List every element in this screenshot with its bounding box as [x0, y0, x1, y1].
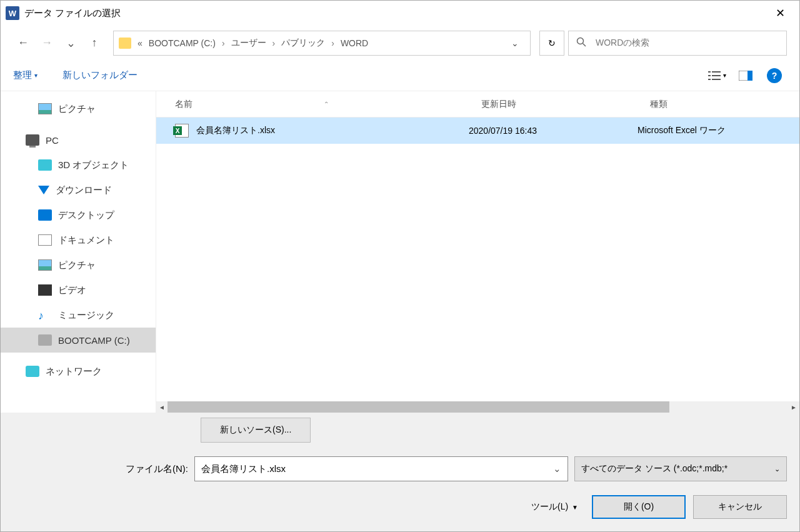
breadcrumb-crumb[interactable]: パブリック	[281, 38, 325, 49]
excel-file-icon	[175, 124, 189, 138]
pc-icon	[26, 134, 39, 146]
file-open-dialog: W データ ファイルの選択 ✕ ← → ⌄ ↑ « BOOTCAMP (C:) …	[0, 0, 800, 532]
nav-tree[interactable]: ピクチャ PC 3D オブジェクト ダウンロード デスクトップ ドキュメント ピ…	[1, 91, 156, 413]
navbar: ← → ⌄ ↑ « BOOTCAMP (C:) › ユーザー › パブリック ›…	[1, 26, 799, 60]
file-list[interactable]: 会員名簿リスト.xlsx 2020/07/19 16:43 Microsoft …	[156, 118, 799, 401]
breadcrumb-crumb[interactable]: WORD	[341, 38, 368, 48]
nav-up-button[interactable]: ↑	[84, 33, 104, 53]
network-icon	[26, 366, 39, 377]
breadcrumb-crumb[interactable]: BOOTCAMP (C:)	[149, 38, 216, 48]
word-app-icon: W	[6, 6, 19, 20]
svg-rect-7	[712, 79, 721, 80]
svg-rect-3	[712, 71, 721, 73]
search-placeholder: WORDの検索	[596, 38, 649, 49]
breadcrumb-crumb[interactable]: ユーザー	[231, 38, 266, 49]
svg-point-0	[578, 38, 584, 44]
breadcrumb-prefix: «	[138, 38, 142, 48]
new-folder-button[interactable]: 新しいフォルダー	[62, 69, 138, 81]
sidebar-item-downloads[interactable]: ダウンロード	[1, 178, 156, 203]
titlebar: W データ ファイルの選択 ✕	[1, 1, 799, 26]
sidebar-item-documents[interactable]: ドキュメント	[1, 228, 156, 253]
chevron-down-icon[interactable]: ⌄	[553, 463, 561, 474]
file-name: 会員名簿リスト.xlsx	[196, 125, 275, 136]
nav-recent-dropdown[interactable]: ⌄	[61, 33, 81, 53]
scroll-right-button[interactable]: ►	[788, 401, 799, 413]
toolbar: 整理▾ 新しいフォルダー ▾ ?	[1, 60, 799, 91]
sidebar-item-pc[interactable]: PC	[1, 128, 156, 153]
file-list-header: 名前⌃ 更新日時 種類	[156, 91, 799, 118]
filename-input[interactable]: 会員名簿リスト.xlsx ⌄	[194, 456, 568, 481]
preview-pane-button[interactable]	[733, 66, 758, 86]
breadcrumb-dropdown[interactable]: ⌄	[505, 38, 525, 48]
svg-rect-9	[748, 71, 752, 81]
sidebar-item-3d-objects[interactable]: 3D オブジェクト	[1, 153, 156, 178]
sidebar-item-bootcamp-drive[interactable]: BOOTCAMP (C:)	[1, 328, 156, 353]
window-title: データ ファイルの選択	[24, 8, 766, 19]
sidebar-item-desktop[interactable]: デスクトップ	[1, 203, 156, 228]
help-icon: ?	[767, 68, 782, 83]
folder-icon	[119, 38, 131, 49]
cube-icon	[38, 159, 52, 171]
document-icon	[38, 234, 52, 246]
sidebar-item-videos[interactable]: ビデオ	[1, 278, 156, 303]
file-list-pane: 名前⌃ 更新日時 種類 会員名簿リスト.xlsx 2020/07/19 16:4…	[156, 91, 799, 413]
file-row[interactable]: 会員名簿リスト.xlsx 2020/07/19 16:43 Microsoft …	[156, 118, 799, 144]
chevron-right-icon: ›	[272, 38, 276, 48]
organize-menu[interactable]: 整理▾	[13, 69, 38, 81]
refresh-button[interactable]: ↻	[539, 31, 564, 56]
close-button[interactable]: ✕	[766, 4, 794, 23]
search-icon	[576, 37, 586, 49]
pictures-icon	[38, 259, 52, 271]
sidebar-item-music[interactable]: ♪ミュージック	[1, 303, 156, 328]
svg-rect-6	[708, 79, 711, 80]
new-source-button[interactable]: 新しいソース(S)...	[201, 418, 311, 443]
nav-back-button[interactable]: ←	[13, 33, 33, 53]
svg-line-1	[583, 44, 586, 47]
chevron-right-icon: ›	[222, 38, 225, 48]
main-area: ピクチャ PC 3D オブジェクト ダウンロード デスクトップ ドキュメント ピ…	[1, 91, 799, 413]
bottom-panel: 新しいソース(S)... ファイル名(N): 会員名簿リスト.xlsx ⌄ すべ…	[1, 413, 799, 531]
view-options-button[interactable]: ▾	[704, 66, 729, 86]
file-type: Microsoft Excel ワーク	[638, 125, 799, 136]
download-icon	[38, 186, 49, 194]
search-box[interactable]: WORDの検索	[568, 31, 787, 56]
chevron-right-icon: ›	[331, 38, 334, 48]
filename-row: ファイル名(N): 会員名簿リスト.xlsx ⌄ すべてのデータ ソース (*.…	[13, 456, 787, 481]
file-date: 2020/07/19 16:43	[469, 126, 638, 136]
svg-rect-4	[708, 75, 711, 76]
button-row: ツール(L)▼ 開く(O) キャンセル	[13, 495, 787, 519]
chevron-down-icon: ⌄	[774, 465, 780, 473]
nav-forward-button: →	[37, 33, 57, 53]
pictures-icon	[38, 103, 52, 114]
desktop-icon	[38, 209, 52, 221]
breadcrumb-bar[interactable]: « BOOTCAMP (C:) › ユーザー › パブリック › WORD ⌄	[113, 31, 531, 56]
sidebar-item-network[interactable]: ネットワーク	[1, 359, 156, 384]
column-header-name[interactable]: 名前⌃	[156, 99, 469, 110]
tools-menu[interactable]: ツール(L)▼	[525, 501, 584, 513]
filetype-select[interactable]: すべてのデータ ソース (*.odc;*.mdb;* ⌄	[574, 456, 787, 481]
sidebar-item-pictures-2[interactable]: ピクチャ	[1, 253, 156, 278]
video-icon	[38, 284, 52, 296]
drive-icon	[38, 334, 52, 346]
open-button[interactable]: 開く(O)	[592, 495, 686, 519]
music-icon: ♪	[38, 309, 52, 321]
sidebar-item-pictures[interactable]: ピクチャ	[1, 96, 156, 121]
scroll-left-button[interactable]: ◄	[156, 401, 168, 413]
svg-rect-5	[712, 75, 721, 76]
column-header-date[interactable]: 更新日時	[469, 99, 638, 110]
help-button[interactable]: ?	[762, 66, 787, 86]
scroll-thumb[interactable]	[168, 401, 669, 413]
svg-rect-2	[708, 71, 711, 73]
column-header-type[interactable]: 種類	[638, 99, 799, 110]
cancel-button[interactable]: キャンセル	[693, 495, 787, 519]
filename-label: ファイル名(N):	[126, 463, 188, 475]
horizontal-scrollbar[interactable]: ◄ ►	[156, 401, 799, 413]
